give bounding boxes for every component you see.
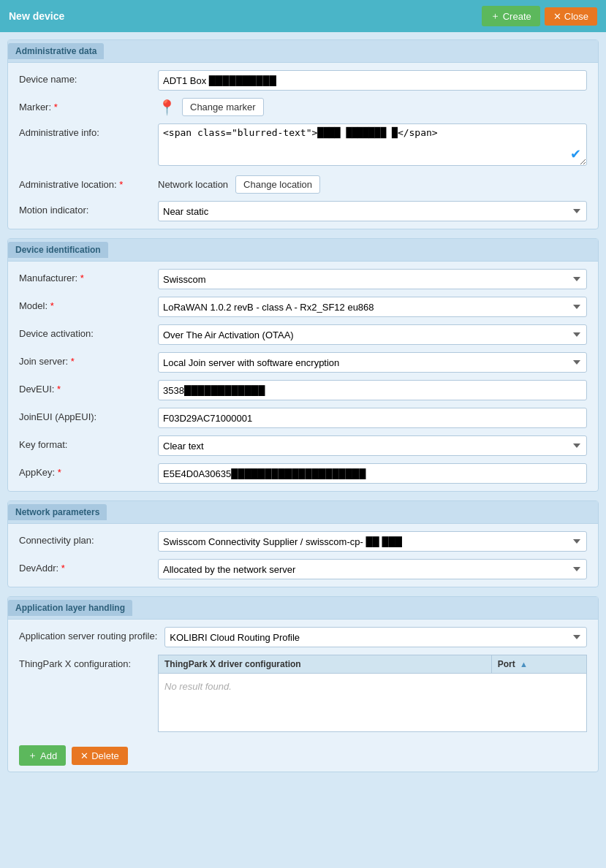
add-label: Add	[40, 750, 57, 761]
plus-icon: ＋	[491, 9, 500, 23]
motion-indicator-row: Motion indicator: Near static Mobile Sta…	[19, 201, 587, 221]
app-layer-section: Application layer handling Application s…	[7, 596, 599, 772]
deveui-input[interactable]	[158, 380, 587, 400]
marker-control: 📍 Change marker	[158, 98, 587, 116]
connectivity-plan-select[interactable]: Swisscom Connectivity Supplier / swissco…	[158, 531, 587, 552]
marker-row: Marker: * 📍 Change marker	[19, 98, 587, 116]
connectivity-plan-label: Connectivity plan:	[19, 531, 151, 546]
deveui-required: *	[57, 384, 61, 395]
app-server-routing-row: Application server routing profile: KOLI…	[19, 627, 587, 647]
close-button[interactable]: ✕ Close	[545, 7, 597, 26]
deveui-label: DevEUI: *	[19, 380, 151, 395]
motion-indicator-select[interactable]: Near static Mobile Static	[158, 201, 587, 221]
thingpark-config-label: ThingPark X configuration:	[19, 655, 151, 669]
network-params-body: Connectivity plan: Swisscom Connectivity…	[8, 524, 598, 587]
join-server-row: Join server: * Local Join server with so…	[19, 352, 587, 373]
thingpark-config-table: ThingPark X driver configuration Port ▲ …	[158, 655, 587, 732]
device-id-header: Device identification	[8, 242, 108, 258]
joineui-row: JoinEUI (AppEUI): F03D29AC71000001	[19, 408, 587, 428]
admin-info-row: Administrative info: <span class="blurre…	[19, 123, 587, 168]
admin-location-control: Network location Change location	[158, 175, 587, 194]
admin-data-body: Device name: Marker: * 📍 Change marker	[8, 63, 598, 229]
bottom-buttons: ＋ Add ✕ Delete	[8, 739, 598, 772]
key-format-row: Key format: Clear text	[19, 435, 587, 456]
device-activation-label: Device activation:	[19, 324, 151, 339]
manufacturer-control: Swisscom	[158, 269, 587, 289]
device-activation-row: Device activation: Over The Air Activati…	[19, 324, 587, 345]
devaddr-control: Allocated by the network server	[158, 559, 587, 579]
model-control: LoRaWAN 1.0.2 revB - class A - Rx2_SF12 …	[158, 297, 587, 317]
manufacturer-select[interactable]: Swisscom	[158, 269, 587, 289]
location-text: Network location	[158, 179, 228, 190]
joineui-control: F03D29AC71000001	[158, 408, 587, 428]
add-button[interactable]: ＋ Add	[19, 745, 66, 766]
admin-location-row: Administrative location: * Network locat…	[19, 175, 587, 194]
checkmark-icon: ✔	[570, 146, 581, 162]
app-server-routing-control: KOLIBRI Cloud Routing Profile	[164, 627, 587, 647]
key-format-select[interactable]: Clear text	[158, 435, 587, 456]
admin-location-label: Administrative location: *	[19, 175, 151, 190]
device-name-input[interactable]	[158, 70, 587, 91]
join-server-control: Local Join server with software encrypti…	[158, 352, 587, 373]
page-title: New device	[9, 10, 64, 22]
admin-info-control: <span class="blurred-text">████ ███████ …	[158, 123, 587, 168]
app-layer-header: Application layer handling	[8, 600, 132, 616]
appkey-control	[158, 463, 587, 484]
devaddr-select[interactable]: Allocated by the network server	[158, 559, 587, 579]
title-bar: New device ＋ Create ✕ Close	[0, 0, 606, 32]
network-parameters-section: Network parameters Connectivity plan: Sw…	[7, 500, 599, 587]
devaddr-row: DevAddr: * Allocated by the network serv…	[19, 559, 587, 579]
sort-arrow-icon: ▲	[520, 660, 528, 669]
model-required: *	[50, 300, 54, 311]
appkey-required: *	[58, 467, 61, 478]
model-row: Model: * LoRaWAN 1.0.2 revB - class A - …	[19, 297, 587, 317]
location-row-inner: Network location Change location	[158, 175, 587, 194]
create-button[interactable]: ＋ Create	[482, 6, 540, 26]
thingpark-config-row: ThingPark X configuration: ThingPark X d…	[19, 655, 587, 732]
network-params-header: Network parameters	[8, 504, 107, 520]
delete-button[interactable]: ✕ Delete	[72, 747, 128, 765]
app-server-routing-select[interactable]: KOLIBRI Cloud Routing Profile	[164, 627, 587, 647]
model-select[interactable]: LoRaWAN 1.0.2 revB - class A - Rx2_SF12 …	[158, 297, 587, 317]
admin-data-section: Administrative data Device name: Marker:…	[7, 39, 599, 229]
appkey-row: AppKey: *	[19, 463, 587, 484]
deveui-control	[158, 380, 587, 400]
manufacturer-row: Manufacturer: * Swisscom	[19, 269, 587, 289]
admin-data-header: Administrative data	[8, 43, 104, 59]
admin-info-label: Administrative info:	[19, 123, 151, 138]
deveui-row: DevEUI: *	[19, 380, 587, 400]
device-activation-select[interactable]: Over The Air Activation (OTAA)	[158, 324, 587, 345]
table-col-driver: ThingPark X driver configuration	[159, 655, 492, 674]
marker-required: *	[54, 102, 58, 113]
add-icon: ＋	[28, 749, 37, 762]
join-server-label: Join server: *	[19, 352, 151, 367]
join-server-select[interactable]: Local Join server with software encrypti…	[158, 352, 587, 373]
no-result-cell: No result found.	[159, 674, 587, 732]
table-row: No result found.	[159, 674, 587, 732]
marker-row-inner: 📍 Change marker	[158, 98, 587, 116]
map-marker-icon: 📍	[158, 100, 176, 115]
change-location-button[interactable]: Change location	[235, 175, 320, 194]
delete-icon: ✕	[80, 750, 88, 761]
device-name-row: Device name:	[19, 70, 587, 91]
change-marker-button[interactable]: Change marker	[182, 98, 264, 116]
admin-info-input[interactable]: <span class="blurred-text">████ ███████ …	[158, 123, 587, 166]
devaddr-required: *	[61, 563, 65, 574]
connectivity-plan-row: Connectivity plan: Swisscom Connectivity…	[19, 531, 587, 552]
app-layer-body: Application server routing profile: KOLI…	[8, 620, 598, 739]
joineui-input[interactable]: F03D29AC71000001	[158, 408, 587, 428]
appkey-input[interactable]	[158, 463, 587, 484]
device-name-label: Device name:	[19, 70, 151, 85]
delete-label: Delete	[91, 750, 119, 761]
device-id-header-wrap: Device identification	[8, 239, 598, 262]
model-label: Model: *	[19, 297, 151, 311]
marker-label: Marker: *	[19, 98, 151, 113]
title-bar-actions: ＋ Create ✕ Close	[482, 6, 597, 26]
connectivity-plan-control: Swisscom Connectivity Supplier / swissco…	[158, 531, 587, 552]
network-params-header-wrap: Network parameters	[8, 501, 598, 524]
join-server-required: *	[71, 356, 75, 367]
device-activation-control: Over The Air Activation (OTAA)	[158, 324, 587, 345]
key-format-control: Clear text	[158, 435, 587, 456]
app-server-routing-label: Application server routing profile:	[19, 627, 157, 642]
thingpark-config-control: ThingPark X driver configuration Port ▲ …	[158, 655, 587, 732]
